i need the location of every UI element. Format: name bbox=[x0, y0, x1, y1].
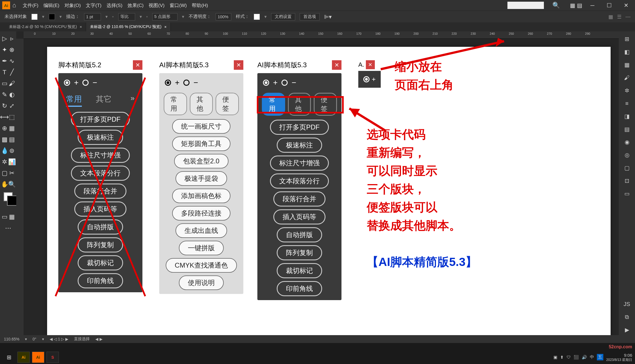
panel-color-icon[interactable]: ◧ bbox=[621, 47, 632, 57]
taskbar-app-ai-1[interactable]: Ai bbox=[17, 352, 30, 363]
zoom-level[interactable]: 110.65% bbox=[4, 337, 19, 341]
tray-icon[interactable]: ⬛ bbox=[574, 355, 579, 360]
taskbar-app-ai-2[interactable]: Ai bbox=[32, 352, 44, 363]
panel-properties-icon[interactable]: ⊞ bbox=[621, 34, 632, 44]
doc-setup-button[interactable]: 文档设置 bbox=[271, 13, 295, 20]
blend-tool[interactable]: ⊚ bbox=[8, 146, 15, 156]
fill-stroke-swatch[interactable] bbox=[4, 192, 13, 201]
clock-time[interactable]: 9:06 bbox=[606, 353, 632, 358]
script-button[interactable]: 极速标注 bbox=[277, 138, 322, 153]
panel-brushes-icon[interactable]: 🖌 bbox=[621, 72, 632, 83]
script-button[interactable]: 生成出血线 bbox=[176, 223, 227, 238]
doc-tab-1[interactable]: 未标题-2.ai @ 50 % (CMYK/CPU 预览)× bbox=[5, 22, 86, 31]
panel-transparency-icon[interactable]: ▤ bbox=[621, 124, 632, 135]
edit-mode[interactable]: ▦ bbox=[8, 212, 15, 222]
tray-volume-icon[interactable]: 🔊 bbox=[582, 355, 587, 360]
pen-tool[interactable]: ✒ bbox=[1, 56, 8, 66]
style-swatch[interactable] bbox=[254, 14, 260, 20]
uniform-input[interactable] bbox=[118, 13, 135, 20]
script-button[interactable]: CMYK查找潘通色 bbox=[166, 258, 237, 273]
search-icon[interactable]: 🔍 bbox=[552, 2, 560, 9]
canvas[interactable]: 0102030405060708090100110120130140150160… bbox=[16, 31, 619, 335]
tray-lang-icon[interactable]: 五 bbox=[597, 354, 603, 360]
slice-tool[interactable]: ✂ bbox=[8, 168, 15, 178]
script-button[interactable]: 多段路径连接 bbox=[172, 206, 230, 221]
script-button[interactable]: 极速手提袋 bbox=[176, 171, 227, 186]
close-icon[interactable]: ✕ bbox=[332, 60, 341, 70]
shape-builder-tool[interactable]: ⊕ bbox=[1, 123, 8, 133]
perspective-tool[interactable]: ▦ bbox=[8, 123, 15, 133]
free-transform-tool[interactable]: ⬚ bbox=[8, 112, 15, 122]
panel-gradient-icon[interactable]: ◨ bbox=[621, 111, 632, 122]
script-button[interactable]: 自动拼版 bbox=[277, 227, 322, 242]
close-icon[interactable]: × bbox=[164, 25, 167, 29]
tab-common[interactable]: 常用 bbox=[164, 93, 187, 115]
dash-icon[interactable]: — bbox=[625, 14, 631, 20]
chevron-right-icon[interactable]: » bbox=[131, 94, 135, 107]
radio-2[interactable] bbox=[183, 80, 190, 86]
scale-tool[interactable]: ⤢ bbox=[8, 101, 15, 111]
close-icon[interactable]: × bbox=[80, 25, 82, 29]
script-button[interactable]: 标注尺寸增强 bbox=[71, 148, 130, 163]
width-tool[interactable]: ⟷ bbox=[1, 112, 8, 122]
tab-other[interactable]: 其他 bbox=[190, 93, 213, 115]
shaper-tool[interactable]: ✎ bbox=[1, 90, 8, 100]
hand-tool[interactable]: ✋ bbox=[1, 179, 8, 189]
screen-mode[interactable]: ▭ bbox=[1, 212, 8, 222]
script-button[interactable]: 包装盒型2.0 bbox=[174, 154, 228, 168]
tray-icon[interactable]: ▣ bbox=[553, 355, 557, 360]
script-button[interactable]: 使用说明 bbox=[179, 275, 224, 290]
script-button[interactable]: 文本段落分行 bbox=[270, 173, 329, 189]
radio-dark[interactable] bbox=[263, 80, 269, 86]
grid-icon[interactable]: ▦ bbox=[608, 14, 613, 20]
script-button[interactable]: 阵列复制 bbox=[78, 237, 123, 252]
script-button[interactable]: 添加画稿色标 bbox=[172, 189, 230, 203]
top-input-slot[interactable] bbox=[507, 2, 544, 9]
type-tool[interactable]: T bbox=[1, 67, 8, 77]
panel-swatches-icon[interactable]: ▦ bbox=[621, 59, 632, 70]
panel-artboards-icon[interactable]: ▭ bbox=[621, 188, 632, 199]
start-button[interactable]: ⊞ bbox=[3, 352, 15, 363]
eraser-tool[interactable]: ◐ bbox=[8, 90, 15, 100]
menu-object[interactable]: 对象(O) bbox=[64, 2, 81, 9]
script-button[interactable]: 裁切标记 bbox=[277, 263, 322, 278]
radio-light[interactable] bbox=[82, 80, 89, 86]
tray-icon[interactable]: 🛡 bbox=[567, 355, 571, 360]
close-icon[interactable]: ✕ bbox=[366, 60, 375, 69]
menu-help[interactable]: 帮助(H) bbox=[192, 2, 208, 9]
panel-layers-icon[interactable]: ▢ bbox=[621, 163, 632, 173]
list-icon[interactable]: ☰ bbox=[617, 14, 622, 20]
radio-1[interactable] bbox=[165, 80, 171, 86]
panel-appearance-icon[interactable]: ◉ bbox=[621, 137, 632, 147]
tab-notes[interactable]: 便签 bbox=[216, 93, 239, 115]
panel-graphic-styles-icon[interactable]: ◎ bbox=[621, 150, 632, 160]
lasso-tool[interactable]: ⊗ bbox=[8, 45, 15, 55]
taskbar-app-s[interactable]: S bbox=[47, 352, 59, 363]
radio-mini[interactable] bbox=[363, 76, 370, 82]
script-button[interactable]: 阵列复制 bbox=[277, 245, 322, 260]
panel-link-icon[interactable]: ⧉ bbox=[621, 312, 632, 322]
script-button[interactable]: 矩形圆角工具 bbox=[172, 136, 230, 151]
doc-tab-2[interactable]: 未标题-2 @ 110.65 % (CMYK/CPU 预览)× bbox=[86, 22, 171, 31]
script-button[interactable]: 极速标注 bbox=[78, 130, 123, 145]
maximize-button[interactable]: ☐ bbox=[602, 1, 616, 10]
panel-stroke-icon[interactable]: ≡ bbox=[621, 98, 632, 109]
radio-light[interactable] bbox=[281, 80, 288, 86]
script-button[interactable]: 印前角线 bbox=[277, 281, 322, 296]
tab-common[interactable]: 常用 bbox=[66, 94, 82, 107]
line-tool[interactable]: ╱ bbox=[8, 67, 15, 77]
rotation[interactable]: 0° bbox=[33, 337, 36, 341]
script-button[interactable]: 段落行合并 bbox=[74, 184, 126, 199]
rect-tool[interactable]: ▭ bbox=[1, 78, 8, 89]
align-icon[interactable]: ⊫▾ bbox=[324, 13, 332, 20]
script-button[interactable]: 文本段落分行 bbox=[71, 166, 130, 181]
prefs-button[interactable]: 首选项 bbox=[300, 13, 320, 20]
panel-libraries-icon[interactable]: JS bbox=[621, 299, 632, 309]
symbol-tool[interactable]: ✲ bbox=[1, 157, 8, 167]
brush-tool[interactable]: 🖌 bbox=[8, 78, 15, 89]
stroke-weight-input[interactable] bbox=[84, 13, 101, 20]
eyedropper-tool[interactable]: 💧 bbox=[1, 146, 8, 156]
menu-window[interactable]: 窗口(W) bbox=[170, 2, 187, 9]
menu-view[interactable]: 视图(V) bbox=[149, 2, 165, 9]
tray-icon[interactable]: ⬆ bbox=[560, 355, 564, 360]
